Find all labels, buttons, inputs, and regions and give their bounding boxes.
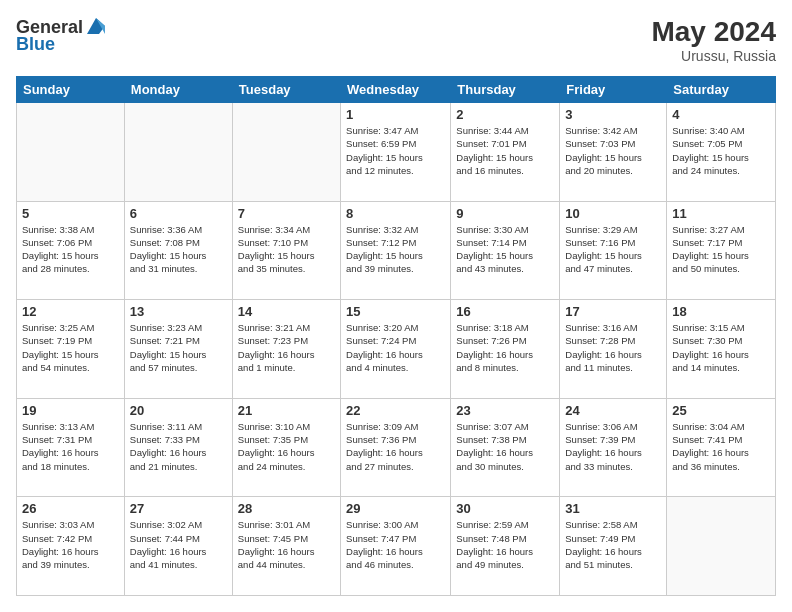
calendar-cell: 4Sunrise: 3:40 AM Sunset: 7:05 PM Daylig… [667, 103, 776, 202]
calendar-cell: 3Sunrise: 3:42 AM Sunset: 7:03 PM Daylig… [560, 103, 667, 202]
day-number: 25 [672, 403, 770, 418]
day-info: Sunrise: 3:38 AM Sunset: 7:06 PM Dayligh… [22, 223, 119, 276]
title-section: May 2024 Urussu, Russia [651, 16, 776, 64]
day-info: Sunrise: 3:32 AM Sunset: 7:12 PM Dayligh… [346, 223, 445, 276]
day-number: 30 [456, 501, 554, 516]
calendar-cell: 10Sunrise: 3:29 AM Sunset: 7:16 PM Dayli… [560, 201, 667, 300]
day-number: 10 [565, 206, 661, 221]
day-info: Sunrise: 3:23 AM Sunset: 7:21 PM Dayligh… [130, 321, 227, 374]
col-sunday: Sunday [17, 77, 125, 103]
calendar-cell: 28Sunrise: 3:01 AM Sunset: 7:45 PM Dayli… [232, 497, 340, 596]
day-info: Sunrise: 3:25 AM Sunset: 7:19 PM Dayligh… [22, 321, 119, 374]
day-number: 31 [565, 501, 661, 516]
calendar-header-row: Sunday Monday Tuesday Wednesday Thursday… [17, 77, 776, 103]
day-info: Sunrise: 3:20 AM Sunset: 7:24 PM Dayligh… [346, 321, 445, 374]
header: General Blue May 2024 Urussu, Russia [16, 16, 776, 64]
day-number: 8 [346, 206, 445, 221]
calendar-week-3: 19Sunrise: 3:13 AM Sunset: 7:31 PM Dayli… [17, 398, 776, 497]
day-number: 21 [238, 403, 335, 418]
day-info: Sunrise: 3:13 AM Sunset: 7:31 PM Dayligh… [22, 420, 119, 473]
calendar-cell: 9Sunrise: 3:30 AM Sunset: 7:14 PM Daylig… [451, 201, 560, 300]
day-info: Sunrise: 3:02 AM Sunset: 7:44 PM Dayligh… [130, 518, 227, 571]
calendar-cell: 6Sunrise: 3:36 AM Sunset: 7:08 PM Daylig… [124, 201, 232, 300]
calendar: Sunday Monday Tuesday Wednesday Thursday… [16, 76, 776, 596]
day-number: 18 [672, 304, 770, 319]
month-year: May 2024 [651, 16, 776, 48]
day-info: Sunrise: 3:03 AM Sunset: 7:42 PM Dayligh… [22, 518, 119, 571]
calendar-cell: 29Sunrise: 3:00 AM Sunset: 7:47 PM Dayli… [341, 497, 451, 596]
calendar-cell: 22Sunrise: 3:09 AM Sunset: 7:36 PM Dayli… [341, 398, 451, 497]
location: Urussu, Russia [651, 48, 776, 64]
col-monday: Monday [124, 77, 232, 103]
day-number: 5 [22, 206, 119, 221]
day-info: Sunrise: 3:16 AM Sunset: 7:28 PM Dayligh… [565, 321, 661, 374]
calendar-cell: 21Sunrise: 3:10 AM Sunset: 7:35 PM Dayli… [232, 398, 340, 497]
calendar-cell [232, 103, 340, 202]
col-tuesday: Tuesday [232, 77, 340, 103]
day-number: 9 [456, 206, 554, 221]
logo-icon [85, 16, 107, 38]
day-info: Sunrise: 3:07 AM Sunset: 7:38 PM Dayligh… [456, 420, 554, 473]
calendar-cell: 1Sunrise: 3:47 AM Sunset: 6:59 PM Daylig… [341, 103, 451, 202]
day-number: 20 [130, 403, 227, 418]
day-info: Sunrise: 3:34 AM Sunset: 7:10 PM Dayligh… [238, 223, 335, 276]
day-info: Sunrise: 3:01 AM Sunset: 7:45 PM Dayligh… [238, 518, 335, 571]
calendar-week-4: 26Sunrise: 3:03 AM Sunset: 7:42 PM Dayli… [17, 497, 776, 596]
day-info: Sunrise: 2:58 AM Sunset: 7:49 PM Dayligh… [565, 518, 661, 571]
calendar-week-1: 5Sunrise: 3:38 AM Sunset: 7:06 PM Daylig… [17, 201, 776, 300]
day-number: 11 [672, 206, 770, 221]
day-number: 17 [565, 304, 661, 319]
day-number: 22 [346, 403, 445, 418]
day-info: Sunrise: 3:27 AM Sunset: 7:17 PM Dayligh… [672, 223, 770, 276]
calendar-cell: 18Sunrise: 3:15 AM Sunset: 7:30 PM Dayli… [667, 300, 776, 399]
day-number: 16 [456, 304, 554, 319]
calendar-cell [17, 103, 125, 202]
calendar-cell: 26Sunrise: 3:03 AM Sunset: 7:42 PM Dayli… [17, 497, 125, 596]
calendar-cell: 31Sunrise: 2:58 AM Sunset: 7:49 PM Dayli… [560, 497, 667, 596]
calendar-cell: 27Sunrise: 3:02 AM Sunset: 7:44 PM Dayli… [124, 497, 232, 596]
calendar-cell: 7Sunrise: 3:34 AM Sunset: 7:10 PM Daylig… [232, 201, 340, 300]
day-number: 14 [238, 304, 335, 319]
calendar-cell: 8Sunrise: 3:32 AM Sunset: 7:12 PM Daylig… [341, 201, 451, 300]
calendar-cell: 5Sunrise: 3:38 AM Sunset: 7:06 PM Daylig… [17, 201, 125, 300]
day-number: 15 [346, 304, 445, 319]
calendar-cell: 2Sunrise: 3:44 AM Sunset: 7:01 PM Daylig… [451, 103, 560, 202]
col-thursday: Thursday [451, 77, 560, 103]
day-info: Sunrise: 3:04 AM Sunset: 7:41 PM Dayligh… [672, 420, 770, 473]
day-info: Sunrise: 3:11 AM Sunset: 7:33 PM Dayligh… [130, 420, 227, 473]
page: General Blue May 2024 Urussu, Russia Sun… [0, 0, 792, 612]
day-info: Sunrise: 3:36 AM Sunset: 7:08 PM Dayligh… [130, 223, 227, 276]
col-saturday: Saturday [667, 77, 776, 103]
day-number: 1 [346, 107, 445, 122]
day-number: 27 [130, 501, 227, 516]
calendar-cell: 23Sunrise: 3:07 AM Sunset: 7:38 PM Dayli… [451, 398, 560, 497]
day-number: 26 [22, 501, 119, 516]
calendar-cell: 14Sunrise: 3:21 AM Sunset: 7:23 PM Dayli… [232, 300, 340, 399]
day-info: Sunrise: 3:47 AM Sunset: 6:59 PM Dayligh… [346, 124, 445, 177]
calendar-cell: 16Sunrise: 3:18 AM Sunset: 7:26 PM Dayli… [451, 300, 560, 399]
day-number: 2 [456, 107, 554, 122]
col-wednesday: Wednesday [341, 77, 451, 103]
calendar-cell: 24Sunrise: 3:06 AM Sunset: 7:39 PM Dayli… [560, 398, 667, 497]
day-number: 7 [238, 206, 335, 221]
calendar-week-2: 12Sunrise: 3:25 AM Sunset: 7:19 PM Dayli… [17, 300, 776, 399]
calendar-cell: 20Sunrise: 3:11 AM Sunset: 7:33 PM Dayli… [124, 398, 232, 497]
day-number: 13 [130, 304, 227, 319]
day-info: Sunrise: 3:44 AM Sunset: 7:01 PM Dayligh… [456, 124, 554, 177]
calendar-cell: 25Sunrise: 3:04 AM Sunset: 7:41 PM Dayli… [667, 398, 776, 497]
day-info: Sunrise: 3:42 AM Sunset: 7:03 PM Dayligh… [565, 124, 661, 177]
day-number: 23 [456, 403, 554, 418]
day-number: 28 [238, 501, 335, 516]
day-number: 4 [672, 107, 770, 122]
calendar-cell [667, 497, 776, 596]
calendar-cell: 12Sunrise: 3:25 AM Sunset: 7:19 PM Dayli… [17, 300, 125, 399]
day-number: 3 [565, 107, 661, 122]
day-info: Sunrise: 3:00 AM Sunset: 7:47 PM Dayligh… [346, 518, 445, 571]
col-friday: Friday [560, 77, 667, 103]
day-info: Sunrise: 3:06 AM Sunset: 7:39 PM Dayligh… [565, 420, 661, 473]
day-info: Sunrise: 3:29 AM Sunset: 7:16 PM Dayligh… [565, 223, 661, 276]
day-info: Sunrise: 2:59 AM Sunset: 7:48 PM Dayligh… [456, 518, 554, 571]
logo: General Blue [16, 16, 107, 55]
day-info: Sunrise: 3:10 AM Sunset: 7:35 PM Dayligh… [238, 420, 335, 473]
day-number: 6 [130, 206, 227, 221]
